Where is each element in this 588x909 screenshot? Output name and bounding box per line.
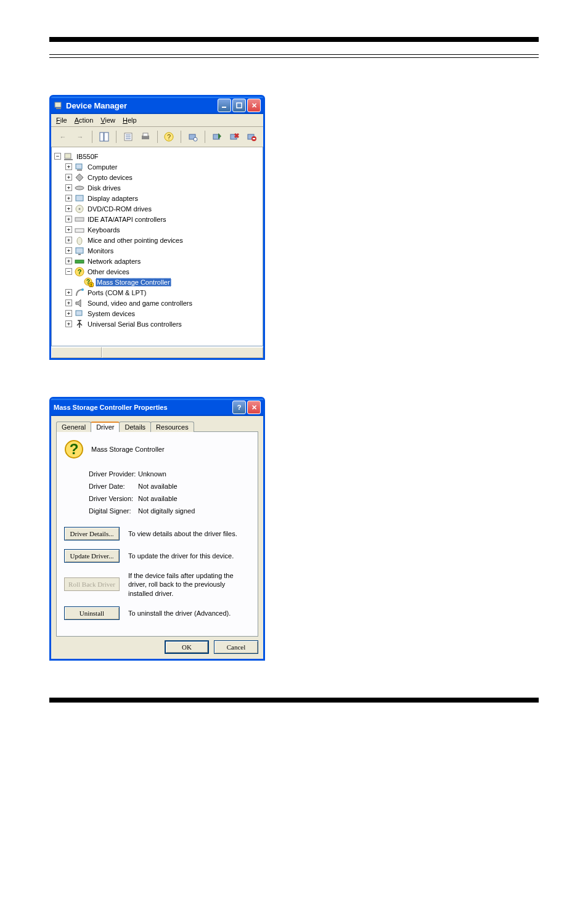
svg-rect-35 bbox=[75, 260, 84, 263]
question-warn-icon: ?! bbox=[84, 277, 94, 287]
svg-point-42 bbox=[81, 288, 84, 291]
monitor-icon bbox=[75, 246, 84, 256]
dbl-rule-bot bbox=[49, 57, 539, 58]
crypto-icon bbox=[75, 173, 84, 182]
tab-resources[interactable]: Resources bbox=[150, 422, 194, 432]
tree-node[interactable]: +Crypto devices bbox=[54, 172, 260, 182]
tab-general[interactable]: General bbox=[56, 422, 91, 432]
help-button[interactable]: ? bbox=[232, 401, 246, 414]
update-desc: To update the driver for this device. bbox=[128, 552, 250, 560]
system-icon bbox=[75, 309, 84, 319]
version-label: Driver Version: bbox=[89, 495, 138, 502]
print-icon[interactable] bbox=[139, 129, 152, 144]
svg-rect-3 bbox=[237, 103, 242, 108]
forward-button[interactable]: → bbox=[73, 129, 87, 144]
keyboard-icon bbox=[75, 225, 84, 235]
tree-node[interactable]: +System devices bbox=[54, 308, 260, 319]
rollback-driver-button[interactable]: Roll Back Driver bbox=[64, 577, 120, 591]
disk-icon bbox=[75, 183, 84, 193]
close-button[interactable]: ✕ bbox=[247, 99, 261, 112]
driver-details-button[interactable]: Driver Details... bbox=[64, 527, 120, 540]
date-value: Not available bbox=[138, 483, 178, 490]
svg-rect-21 bbox=[65, 153, 71, 158]
update-driver-button[interactable]: Update Driver... bbox=[64, 549, 120, 563]
svg-rect-22 bbox=[64, 159, 73, 160]
display-icon bbox=[75, 194, 84, 203]
tree-node[interactable]: +Computer bbox=[54, 161, 260, 172]
properties-icon[interactable] bbox=[121, 129, 135, 144]
dialog-title: Mass Storage Controller Properties bbox=[54, 404, 232, 411]
dvd-icon bbox=[75, 204, 84, 214]
tree-root[interactable]: −IB550F bbox=[54, 151, 260, 161]
driver-info: Driver Provider:Unknown Driver Date:Not … bbox=[89, 470, 250, 515]
tree-node[interactable]: +Disk drives bbox=[54, 182, 260, 193]
dialog-titlebar[interactable]: Mass Storage Controller Properties ? ✕ bbox=[51, 399, 263, 416]
menu-action[interactable]: Action bbox=[75, 116, 94, 124]
help-icon[interactable]: ? bbox=[162, 129, 176, 144]
toolbar: ← → ? bbox=[51, 127, 263, 147]
titlebar[interactable]: Device Manager ✕ bbox=[51, 97, 263, 114]
tree-node-mass-storage[interactable]: ?!Mass Storage Controller bbox=[54, 277, 260, 287]
enable-icon[interactable] bbox=[210, 129, 224, 144]
cancel-button[interactable]: Cancel bbox=[214, 640, 258, 654]
tab-details[interactable]: Details bbox=[119, 422, 151, 432]
selected-item: Mass Storage Controller bbox=[96, 278, 171, 287]
tree-node[interactable]: +Ports (COM & LPT) bbox=[54, 287, 260, 298]
svg-text:?: ? bbox=[78, 268, 82, 275]
tree-node[interactable]: +Monitors bbox=[54, 245, 260, 256]
statusbar bbox=[51, 346, 263, 358]
close-button[interactable]: ✕ bbox=[247, 401, 261, 414]
separator bbox=[157, 131, 158, 143]
tree-node[interactable]: +Network adapters bbox=[54, 256, 260, 266]
device-name: Mass Storage Controller bbox=[91, 446, 165, 453]
tree-node[interactable]: +Display adapters bbox=[54, 193, 260, 203]
ok-button[interactable]: OK bbox=[165, 640, 209, 654]
dialog-footer: OK Cancel bbox=[56, 637, 258, 654]
device-tree[interactable]: −IB550F +Computer +Crypto devices +Disk … bbox=[51, 147, 263, 346]
maximize-button[interactable] bbox=[232, 99, 246, 112]
svg-rect-2 bbox=[222, 107, 226, 108]
svg-text:?: ? bbox=[167, 133, 171, 141]
menubar: File Action View Help bbox=[51, 114, 263, 127]
svg-rect-30 bbox=[75, 218, 84, 221]
provider-value: Unknown bbox=[138, 470, 166, 478]
rollback-desc: If the device fails after updating the d… bbox=[128, 571, 250, 598]
svg-point-29 bbox=[79, 208, 81, 210]
tree-node[interactable]: +Keyboards bbox=[54, 224, 260, 235]
svg-rect-24 bbox=[77, 169, 82, 171]
tree-node[interactable]: +Mice and other pointing devices bbox=[54, 235, 260, 245]
tree-node[interactable]: +IDE ATA/ATAPI controllers bbox=[54, 214, 260, 224]
uninstall-icon[interactable] bbox=[245, 129, 258, 144]
toolbar-icon[interactable] bbox=[97, 129, 111, 144]
mouse-icon bbox=[75, 235, 84, 245]
menu-view[interactable]: View bbox=[100, 116, 115, 124]
device-header: ? Mass Storage Controller bbox=[64, 439, 250, 459]
svg-point-26 bbox=[75, 186, 84, 190]
driver-panel: ? Mass Storage Controller Driver Provide… bbox=[56, 431, 258, 637]
svg-rect-31 bbox=[75, 229, 84, 232]
port-icon bbox=[75, 288, 84, 298]
tab-driver[interactable]: Driver bbox=[91, 422, 120, 432]
window-title: Device Manager bbox=[66, 101, 218, 110]
back-button[interactable]: ← bbox=[56, 129, 70, 144]
svg-point-32 bbox=[77, 237, 82, 245]
svg-rect-4 bbox=[100, 132, 104, 141]
disable-icon[interactable] bbox=[227, 129, 241, 144]
details-desc: To view details about the driver files. bbox=[128, 529, 250, 538]
tree-node-other[interactable]: −?Other devices bbox=[54, 266, 260, 277]
menu-file[interactable]: File bbox=[56, 116, 67, 124]
app-icon bbox=[54, 100, 63, 110]
scan-icon[interactable] bbox=[186, 129, 200, 144]
minimize-button[interactable] bbox=[218, 99, 231, 112]
tree-node[interactable]: +Universal Serial Bus controllers bbox=[54, 319, 260, 329]
uninstall-button[interactable]: Uninstall bbox=[64, 606, 120, 620]
computer-icon bbox=[63, 152, 73, 161]
menu-help[interactable]: Help bbox=[123, 116, 137, 124]
tree-node[interactable]: +Sound, video and game controllers bbox=[54, 298, 260, 308]
separator bbox=[92, 131, 92, 143]
signer-value: Not digitally signed bbox=[138, 507, 195, 515]
svg-rect-1 bbox=[56, 108, 61, 109]
provider-label: Driver Provider: bbox=[89, 470, 138, 478]
tree-node[interactable]: +DVD/CD-ROM drives bbox=[54, 203, 260, 214]
svg-rect-5 bbox=[104, 132, 108, 141]
